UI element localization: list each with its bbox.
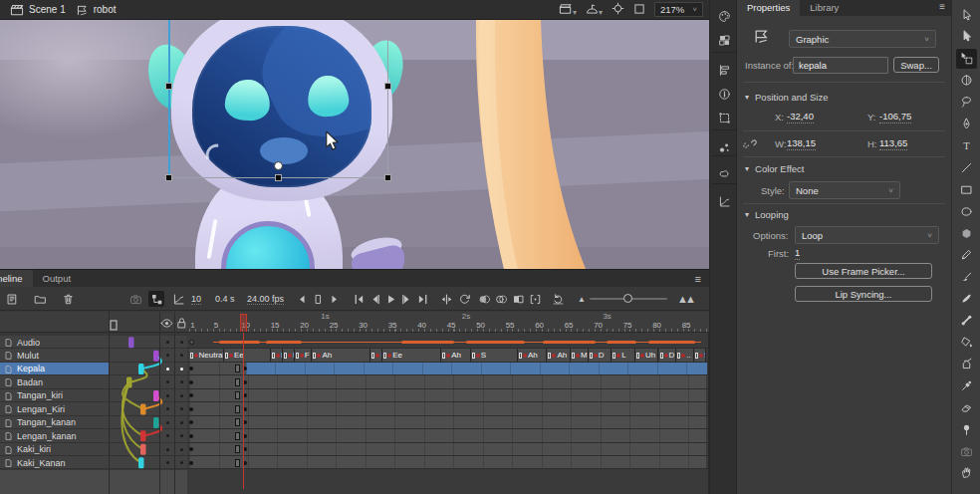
phoneme-keyframe[interactable]: L bbox=[612, 349, 635, 361]
phoneme-keyframe[interactable]: Ah bbox=[518, 349, 548, 361]
phoneme-keyframe[interactable]: D bbox=[589, 349, 612, 361]
frames-row-tangan_kiri[interactable] bbox=[187, 389, 709, 402]
layer-dot[interactable] bbox=[180, 434, 183, 437]
keyframe-dot[interactable] bbox=[189, 407, 193, 411]
playhead-line[interactable] bbox=[243, 333, 245, 489]
timeline-zoom-knob[interactable] bbox=[623, 294, 632, 303]
frame-span[interactable] bbox=[189, 402, 706, 414]
phoneme-keyframe[interactable]: Neutral bbox=[189, 349, 224, 361]
empty-keyframe-marker[interactable] bbox=[235, 445, 240, 453]
frame-span[interactable] bbox=[189, 443, 706, 455]
graph-icon[interactable] bbox=[170, 291, 186, 307]
phoneme-keyframe[interactable]: Ah bbox=[547, 349, 571, 361]
keyframe-dot[interactable] bbox=[189, 367, 193, 370]
empty-keyframe-marker[interactable] bbox=[235, 378, 240, 386]
layer-dot[interactable] bbox=[180, 407, 183, 410]
layer-dot-active[interactable] bbox=[166, 368, 169, 370]
panel-menu-icon[interactable]: ≡ bbox=[695, 273, 701, 285]
tab-timeline[interactable]: Timeline bbox=[0, 270, 33, 287]
position-size-section-header[interactable]: ▾ Position and Size bbox=[745, 92, 828, 103]
use-frame-picker-button[interactable]: Use Frame Picker... bbox=[795, 263, 932, 279]
lip-syncing-button[interactable]: Lip Syncing... bbox=[795, 286, 932, 302]
selected-frame-span[interactable] bbox=[246, 363, 707, 374]
phoneme-keyframe[interactable]: Ee bbox=[382, 349, 441, 361]
step-forward-icon[interactable] bbox=[326, 291, 342, 307]
loop-playback-icon[interactable] bbox=[456, 291, 472, 307]
eraser-tool[interactable] bbox=[956, 397, 977, 417]
edit-symbols-icon[interactable]: ▾ bbox=[586, 3, 603, 17]
phoneme-keyframe[interactable]: Ee bbox=[224, 349, 271, 361]
camera-icon[interactable] bbox=[127, 291, 143, 307]
layer-dot[interactable] bbox=[180, 380, 183, 383]
pencil-tool[interactable] bbox=[956, 245, 977, 265]
tab-properties[interactable]: Properties bbox=[737, 0, 800, 16]
bone-tool[interactable] bbox=[956, 311, 977, 331]
go-first-frame-icon[interactable] bbox=[351, 291, 367, 307]
frame-span[interactable] bbox=[189, 456, 706, 468]
frames-row-lengan_kanan[interactable] bbox=[187, 429, 709, 442]
link-width-height-icon[interactable] bbox=[743, 137, 757, 152]
phoneme-keyframe[interactable]: E bbox=[283, 349, 295, 361]
tab-output[interactable]: Output bbox=[33, 270, 82, 287]
color-panel-icon[interactable] bbox=[714, 6, 734, 26]
stage-canvas[interactable] bbox=[0, 20, 709, 269]
frame-ruler[interactable]: 1s2s3s1510152025303540455055606570758085 bbox=[187, 312, 709, 333]
layer-dot[interactable] bbox=[166, 394, 169, 397]
reset-timeline-zoom-icon[interactable] bbox=[550, 291, 566, 307]
layer-parent-marker[interactable] bbox=[153, 417, 159, 428]
layer-parent-marker[interactable] bbox=[126, 377, 132, 388]
align-panel-icon[interactable] bbox=[714, 60, 734, 80]
play-icon[interactable] bbox=[382, 291, 398, 307]
keyframe-dot[interactable] bbox=[189, 447, 193, 451]
selection-handle-bottom-center[interactable] bbox=[275, 174, 282, 181]
playhead-marker[interactable] bbox=[240, 314, 247, 333]
selection-handle-bottom-left[interactable] bbox=[165, 174, 172, 181]
transform-panel-icon[interactable] bbox=[714, 108, 734, 127]
current-frame-marker-icon[interactable] bbox=[310, 291, 326, 307]
parenting-view-icon[interactable] bbox=[148, 291, 164, 307]
phoneme-keyframe[interactable]: Ah bbox=[312, 349, 370, 361]
layer-parent-marker[interactable] bbox=[140, 430, 146, 441]
layer-dot[interactable] bbox=[180, 341, 183, 344]
new-layer-icon[interactable] bbox=[4, 291, 20, 307]
onion-skin-icon[interactable] bbox=[476, 291, 492, 307]
delete-layer-icon[interactable] bbox=[60, 291, 76, 307]
swatches-panel-icon[interactable] bbox=[714, 30, 734, 50]
selection-handle-bottom-right[interactable] bbox=[384, 174, 391, 181]
h-value[interactable]: 113,65 bbox=[879, 137, 907, 150]
edit-multiple-frames-icon[interactable] bbox=[510, 291, 526, 307]
layer-dot[interactable] bbox=[180, 421, 183, 424]
empty-keyframe-marker[interactable] bbox=[235, 365, 240, 372]
layer-parent-marker[interactable] bbox=[138, 364, 144, 374]
panel-menu-icon[interactable]: ≡ bbox=[933, 0, 951, 16]
phoneme-keyframe[interactable]: M bbox=[571, 349, 589, 361]
x-value[interactable]: -32,40 bbox=[787, 111, 814, 124]
pen-tool[interactable] bbox=[956, 115, 977, 134]
layer-parent-marker[interactable] bbox=[140, 444, 146, 455]
timeline-zoom-in-icon[interactable]: ▲▲ bbox=[677, 291, 693, 307]
w-value[interactable]: 138,15 bbox=[787, 137, 816, 150]
ink-bottle-tool[interactable] bbox=[956, 354, 977, 373]
empty-keyframe-marker[interactable] bbox=[235, 418, 240, 426]
looping-section-header[interactable]: ▾ Looping bbox=[745, 209, 789, 220]
phoneme-keyframe[interactable]: S bbox=[694, 349, 706, 361]
frames-row-badan[interactable] bbox=[187, 375, 709, 388]
gradient-transform-tool[interactable] bbox=[956, 71, 977, 91]
color-style-select[interactable]: None ˅ bbox=[789, 181, 900, 199]
free-transform-tool[interactable] bbox=[956, 49, 977, 69]
text-tool[interactable]: T bbox=[956, 135, 977, 155]
layer-parent-marker[interactable] bbox=[153, 390, 159, 401]
hand-tool[interactable] bbox=[956, 463, 977, 483]
frame-span[interactable] bbox=[189, 389, 706, 401]
paint-bucket-tool[interactable] bbox=[956, 333, 977, 353]
selection-handle-right[interactable] bbox=[384, 83, 391, 90]
info-panel-icon[interactable] bbox=[714, 84, 734, 104]
current-frame-value[interactable]: 10 bbox=[191, 294, 201, 305]
onion-skin-outlines-icon[interactable] bbox=[493, 291, 509, 307]
empty-keyframe-marker[interactable] bbox=[235, 432, 240, 440]
frames-row-kaki_kiri[interactable] bbox=[187, 443, 709, 456]
prev-frame-icon[interactable] bbox=[367, 291, 382, 307]
keyframe-dot[interactable] bbox=[189, 434, 193, 438]
layer-dot[interactable] bbox=[166, 354, 169, 357]
layer-dot[interactable] bbox=[166, 448, 169, 451]
